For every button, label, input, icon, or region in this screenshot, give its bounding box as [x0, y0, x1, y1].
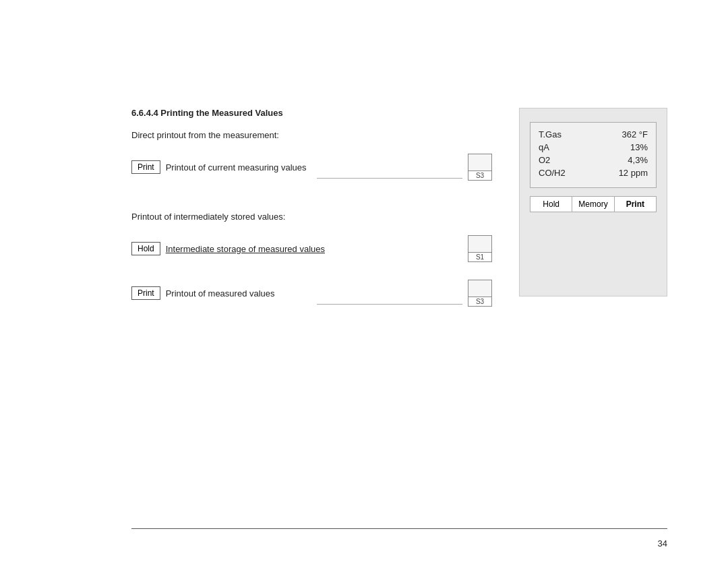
- spacer-2: [131, 266, 492, 280]
- device-buttons: Hold Memory Print: [530, 196, 657, 212]
- current-measuring-values-label: Printout of current measuring values: [166, 162, 311, 173]
- section-title: 6.6.4.4 Printing the Measured Values: [131, 108, 492, 118]
- s3-key-label-1: S3: [468, 171, 492, 181]
- qa-label: qA: [539, 142, 549, 152]
- left-panel: 6.6.4.4 Printing the Measured Values Dir…: [131, 108, 492, 311]
- bottom-area: 34: [0, 528, 728, 562]
- s1-key-label: S1: [468, 253, 492, 262]
- device-display: T.Gas 362 °F qA 13% O2 4,3% CO/H2 12 ppm: [530, 122, 657, 188]
- o2-label: O2: [539, 155, 550, 165]
- s1-key-box: [468, 235, 492, 253]
- display-row-coh2: CO/H2 12 ppm: [539, 168, 648, 178]
- qa-value: 13%: [630, 142, 648, 152]
- device-memory-button[interactable]: Memory: [572, 197, 614, 212]
- print-action-row: Print Printout of current measuring valu…: [131, 154, 492, 181]
- direct-printout-label: Direct printout from the measurement:: [131, 130, 492, 140]
- device-hold-button[interactable]: Hold: [530, 197, 572, 212]
- action-underline-2: [317, 304, 462, 305]
- hold-button[interactable]: Hold: [131, 242, 160, 255]
- o2-value: 4,3%: [628, 155, 648, 165]
- s3-key-wrapper-1: S3: [468, 154, 492, 181]
- intermediate-storage-label: Intermediate storage of measured values: [166, 244, 462, 254]
- spacer-1: [131, 185, 492, 212]
- bottom-rule: [131, 528, 667, 529]
- page-container: 6.6.4.4 Printing the Measured Values Dir…: [0, 0, 728, 562]
- print-button[interactable]: Print: [131, 160, 160, 174]
- content-area: 6.6.4.4 Printing the Measured Values Dir…: [0, 0, 728, 528]
- s3-key-wrapper-2: S3: [468, 280, 492, 307]
- s1-key-wrapper: S1: [468, 235, 492, 262]
- coh2-label: CO/H2: [539, 168, 566, 178]
- coh2-value: 12 ppm: [619, 168, 648, 178]
- hold-action-row: Hold Intermediate storage of measured va…: [131, 235, 492, 262]
- s3-key-box-2: [468, 280, 492, 297]
- print-measured-button[interactable]: Print: [131, 286, 160, 300]
- printout-intermediately-label: Printout of intermediately stored values…: [131, 212, 492, 222]
- tgas-value: 362 °F: [622, 129, 648, 139]
- tgas-label: T.Gas: [539, 129, 562, 139]
- display-row-qa: qA 13%: [539, 142, 648, 152]
- action-underline-1: [317, 178, 462, 179]
- display-row-tgas: T.Gas 362 °F: [539, 129, 648, 139]
- right-panel: T.Gas 362 °F qA 13% O2 4,3% CO/H2 12 ppm…: [519, 108, 667, 296]
- display-row-o2: O2 4,3%: [539, 155, 648, 165]
- s3-key-label-2: S3: [468, 297, 492, 307]
- page-number: 34: [131, 534, 667, 549]
- print-measured-row: Print Printout of measured values S3: [131, 280, 492, 307]
- printout-measured-label: Printout of measured values: [166, 288, 311, 299]
- device-print-button[interactable]: Print: [615, 197, 656, 212]
- s3-key-box-1: [468, 154, 492, 171]
